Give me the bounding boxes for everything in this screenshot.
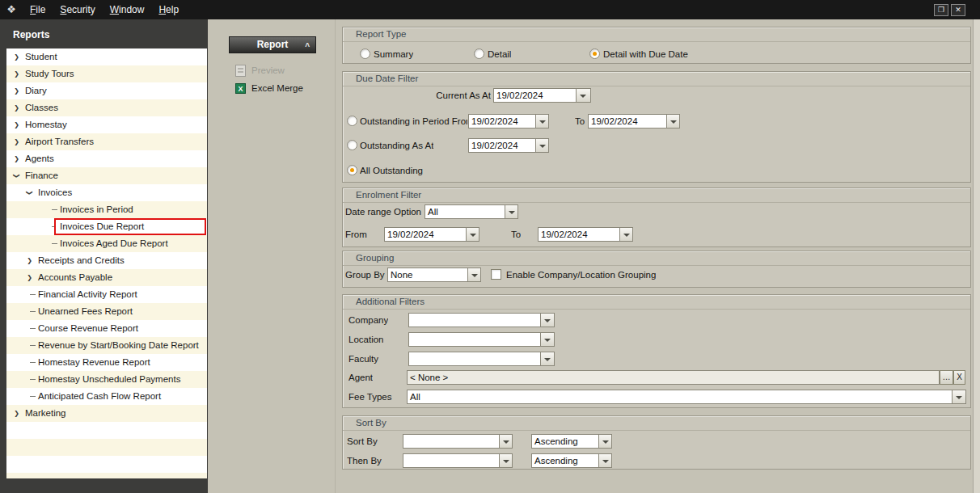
tree-item-study-tours[interactable]: ❯Study Tours (6, 65, 207, 82)
group-by-select[interactable]: None (387, 268, 468, 282)
chevron-right-icon[interactable]: ❯ (12, 405, 21, 422)
outstanding-in-period-radio[interactable] (347, 116, 357, 126)
chevron-right-icon[interactable]: ❯ (12, 48, 21, 65)
chevron-right-icon[interactable]: ❯ (12, 65, 21, 82)
preview-button[interactable]: Preview (235, 64, 285, 77)
outstanding-as-at-label: Outstanding As At (360, 139, 433, 152)
sort-by-dropdown-icon[interactable] (500, 434, 513, 449)
agent-input[interactable]: < None > (407, 370, 940, 385)
current-as-at-input[interactable]: 19/02/2024 (493, 88, 577, 103)
company-select[interactable] (408, 313, 541, 327)
close-icon[interactable]: ✕ (951, 4, 965, 16)
outstanding-period-to-input[interactable]: 19/02/2024 (588, 114, 667, 129)
date-range-option-select[interactable]: All (425, 204, 505, 219)
location-label: Location (348, 333, 383, 346)
tree-item-accounts-payable[interactable]: ❯Accounts Payable (6, 269, 207, 286)
detail-with-due-date-radio[interactable] (589, 48, 600, 59)
report-toolbox: Report ^ Preview X Excel Merge (208, 19, 336, 493)
summary-radio[interactable] (360, 48, 370, 59)
menu-file[interactable]: File (23, 0, 53, 19)
sort-by-direction-select[interactable]: Ascending (531, 434, 599, 449)
outstanding-period-from-input[interactable]: 19/02/2024 (468, 114, 536, 129)
faculty-select[interactable] (408, 352, 541, 366)
chevron-right-icon[interactable]: ❯ (12, 82, 21, 99)
tree-item-label: Invoices Due Report (60, 218, 144, 235)
sidebar-title: Reports (13, 29, 49, 40)
reports-sidebar: Reports ❯Student❯Study Tours❯Diary❯Class… (0, 19, 208, 493)
faculty-dropdown-icon[interactable] (541, 352, 555, 366)
fee-types-label: Fee Types (348, 390, 392, 403)
outstanding-period-to-label: To (575, 115, 585, 128)
date-range-option-dropdown-icon[interactable] (505, 204, 518, 219)
company-dropdown-icon[interactable] (541, 313, 555, 327)
enrolment-to-input[interactable]: 19/02/2024 (538, 227, 620, 242)
outstanding-period-to-dropdown-icon[interactable] (667, 114, 680, 129)
then-by-select[interactable] (403, 453, 500, 468)
fee-types-select[interactable]: All (407, 390, 953, 404)
tree-item-agents[interactable]: ❯Agents (6, 150, 207, 167)
tree-item-finance[interactable]: ❯Finance (6, 167, 207, 184)
sort-by-title: Sort By (356, 418, 387, 428)
fee-types-dropdown-icon[interactable] (953, 390, 966, 404)
location-dropdown-icon[interactable] (541, 332, 555, 347)
agent-browse-icon[interactable]: … (940, 370, 953, 385)
current-as-at-dropdown-icon[interactable] (577, 88, 591, 103)
chevron-right-icon[interactable]: ❯ (12, 99, 21, 116)
enrolment-from-input[interactable]: 19/02/2024 (384, 227, 467, 242)
tree-item-unearned-fees-report[interactable]: Unearned Fees Report (6, 303, 207, 320)
menu-help[interactable]: Help (151, 0, 186, 19)
outstanding-as-at-dropdown-icon[interactable] (536, 138, 549, 153)
then-by-direction-select[interactable]: Ascending (531, 453, 599, 468)
then-by-direction-dropdown-icon[interactable] (599, 453, 612, 468)
restore-icon[interactable]: ❐ (934, 4, 948, 16)
outstanding-as-at-radio[interactable] (347, 140, 357, 150)
agent-clear-icon[interactable]: X (953, 370, 965, 385)
excel-merge-button[interactable]: X Excel Merge (235, 82, 303, 95)
tree-item-marketing[interactable]: ❯Marketing (6, 405, 207, 422)
tree-item-revenue-by-start-booking-date-report[interactable]: Revenue by Start/Booking Date Report (6, 337, 207, 354)
then-by-label: Then By (347, 454, 382, 467)
tree-item-homestay-unscheduled-payments[interactable]: Homestay Unscheduled Payments (6, 371, 207, 388)
tree-item-course-revenue-report[interactable]: Course Revenue Report (6, 320, 207, 337)
menu-window[interactable]: Window (103, 0, 152, 19)
tree-item-anticipated-cash-flow-report[interactable]: Anticipated Cash Flow Report (6, 388, 207, 405)
tree-item-student[interactable]: ❯Student (6, 48, 207, 65)
then-by-dropdown-icon[interactable] (500, 453, 513, 468)
location-select[interactable] (408, 332, 541, 347)
chevron-right-icon[interactable]: ❯ (25, 269, 34, 286)
chevron-right-icon[interactable]: ❯ (12, 133, 21, 150)
enrolment-from-dropdown-icon[interactable] (467, 227, 479, 242)
chevron-right-icon[interactable]: ❯ (12, 150, 21, 167)
tree-item-homestay[interactable]: ❯Homestay (6, 116, 207, 133)
group-by-dropdown-icon[interactable] (468, 268, 481, 282)
all-outstanding-radio[interactable] (347, 165, 357, 175)
enrolment-to-dropdown-icon[interactable] (620, 227, 633, 242)
enable-grouping-checkbox[interactable] (491, 269, 501, 280)
tree-item-label: Airport Transfers (25, 133, 94, 150)
report-group-button[interactable]: Report ^ (229, 36, 316, 53)
chevron-right-icon[interactable]: ❯ (12, 116, 21, 133)
tree-item-invoices[interactable]: ❯Invoices (6, 184, 207, 201)
sort-by-select[interactable] (403, 434, 500, 449)
report-type-caption: Report Type (343, 27, 970, 42)
sort-by-direction-dropdown-icon[interactable] (599, 434, 612, 449)
tree-item-invoices-due-report[interactable]: Invoices Due Report (6, 218, 207, 235)
tree-item-classes[interactable]: ❯Classes (6, 99, 207, 116)
tree-item-label: Study Tours (25, 65, 74, 82)
tree-item-financial-activity-report[interactable]: Financial Activity Report (6, 286, 207, 303)
chevron-down-icon[interactable]: ❯ (21, 188, 38, 197)
tree-item-invoices-in-period[interactable]: Invoices in Period (6, 201, 207, 218)
tree-item-diary[interactable]: ❯Diary (6, 82, 207, 99)
tree-item-label: Finance (25, 167, 58, 184)
chevron-down-icon[interactable]: ❯ (8, 171, 25, 180)
chevron-right-icon[interactable]: ❯ (25, 252, 34, 269)
outstanding-as-at-input[interactable]: 19/02/2024 (468, 138, 536, 153)
tree-item-label: Homestay Unscheduled Payments (38, 371, 180, 388)
menu-security[interactable]: Security (53, 0, 102, 19)
tree-item-airport-transfers[interactable]: ❯Airport Transfers (6, 133, 207, 150)
tree-item-homestay-revenue-report[interactable]: Homestay Revenue Report (6, 354, 207, 371)
outstanding-period-from-dropdown-icon[interactable] (536, 114, 549, 129)
tree-item-receipts-and-credits[interactable]: ❯Receipts and Credits (6, 252, 207, 269)
detail-radio[interactable] (474, 48, 484, 59)
tree-item-invoices-aged-due-report[interactable]: Invoices Aged Due Report (6, 235, 207, 252)
